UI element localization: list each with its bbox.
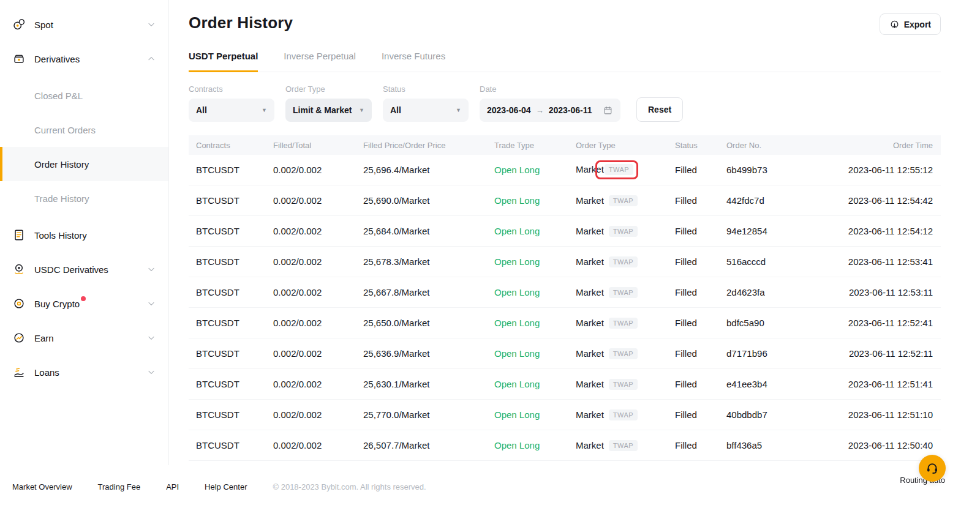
reset-button[interactable]: Reset (636, 97, 683, 122)
cell-order-no: 442fdc7d (719, 195, 838, 206)
twap-badge: TWAP (609, 287, 638, 298)
cell-order-type: MarketTWAP (568, 256, 668, 267)
table-header: Contracts Filled/Total Filled Price/Orde… (189, 135, 941, 155)
sidebar-item-tools-history[interactable]: Tools History (0, 220, 168, 250)
cell-order-time: 2023-06-11 12:53:41 (838, 256, 941, 267)
cell-order-type: MarketTWAP (568, 348, 668, 359)
cell-filled-total: 0.002/0.002 (266, 379, 356, 389)
cell-filled-total: 0.002/0.002 (266, 318, 356, 328)
order-history-table: Contracts Filled/Total Filled Price/Orde… (189, 135, 941, 461)
twap-badge: TWAP (609, 226, 638, 237)
arrow-right-icon: → (536, 106, 544, 115)
cell-filled-price: 25,696.4/Market (356, 165, 487, 175)
sidebar-subitem-trade-history[interactable]: Trade History (0, 181, 168, 215)
order-type-text: Market (576, 409, 604, 420)
twap-tag-wrap: TWAP (604, 318, 638, 329)
support-button[interactable] (919, 455, 946, 482)
contracts-select[interactable]: All ▼ (189, 99, 274, 122)
date-from: 2023-06-04 (487, 105, 531, 115)
footer-link-api[interactable]: API (166, 482, 179, 491)
cell-contract: BTCUSDT (189, 409, 266, 420)
twap-badge: TWAP (609, 440, 638, 451)
cell-status: Filled (668, 348, 719, 359)
cell-filled-price: 25,636.9/Market (356, 348, 487, 359)
sidebar-subitem-order-history[interactable]: Order History (0, 147, 168, 181)
footer-link-market-overview[interactable]: Market Overview (12, 482, 72, 491)
footer-link-trading-fee[interactable]: Trading Fee (98, 482, 141, 491)
sidebar-item-label: Spot (34, 20, 53, 30)
cell-order-time: 2023-06-11 12:52:41 (838, 318, 941, 328)
table-row: BTCUSDT 0.002/0.002 25,690.0/Market Open… (189, 185, 941, 216)
sidebar-item-spot[interactable]: Spot (0, 10, 168, 39)
column-header-contracts: Contracts (189, 141, 266, 150)
cell-order-no: bff436a5 (719, 440, 838, 450)
cell-order-no: bdfc5a90 (719, 318, 838, 328)
selected-value: All (196, 105, 207, 115)
export-button[interactable]: Export (880, 13, 941, 35)
cell-trade-type: Open Long (487, 256, 568, 267)
sidebar-item-derivatives[interactable]: Derivatives (0, 44, 168, 73)
cell-order-no: 2d4623fa (719, 287, 838, 297)
sidebar-item-buy-crypto[interactable]: Buy Crypto (0, 289, 168, 318)
spot-icon (12, 18, 26, 31)
date-range-picker[interactable]: 2023-06-04 → 2023-06-11 (480, 99, 620, 122)
selected-value: Limit & Market (293, 105, 352, 115)
cell-trade-type: Open Long (487, 226, 568, 236)
cell-order-type: MarketTWAP (568, 318, 668, 329)
cell-order-no: 40bdbdb7 (719, 409, 838, 420)
sidebar-item-label: Buy Crypto (34, 299, 80, 309)
cell-order-time: 2023-06-11 12:52:11 (838, 348, 941, 359)
twap-tag-wrap: TWAP (604, 195, 638, 206)
date-to: 2023-06-11 (549, 105, 592, 115)
twap-tag-wrap: TWAP (604, 226, 638, 237)
cell-filled-total: 0.002/0.002 (266, 348, 356, 359)
sidebar-item-earn[interactable]: Earn (0, 323, 168, 353)
cell-filled-total: 0.002/0.002 (266, 440, 356, 450)
earn-icon (12, 331, 26, 345)
sidebar-item-label: Derivatives (34, 54, 80, 64)
tab-inverse-futures[interactable]: Inverse Futures (382, 51, 445, 72)
filter-label: Contracts (189, 84, 274, 94)
cell-filled-total: 0.002/0.002 (266, 409, 356, 420)
twap-badge: TWAP (609, 256, 638, 267)
cell-status: Filled (668, 440, 719, 450)
tab-usdt-perpetual[interactable]: USDT Perpetual (189, 51, 258, 72)
cell-status: Filled (668, 165, 719, 175)
cell-order-type: MarketTWAP (568, 287, 668, 298)
column-header-order-type: Order Type (568, 141, 668, 150)
cell-status: Filled (668, 409, 719, 420)
cell-status: Filled (668, 226, 719, 236)
headset-icon (925, 461, 940, 476)
sidebar-subitem-closed-pnl[interactable]: Closed P&L (0, 78, 168, 113)
chevron-down-icon (146, 299, 156, 308)
order-type-text: Market (576, 348, 604, 359)
sidebar-item-usdc-derivatives[interactable]: USDC Derivatives (0, 255, 168, 284)
cell-filled-price: 26,507.7/Market (356, 440, 487, 450)
tab-inverse-perpetual[interactable]: Inverse Perpetual (284, 51, 356, 72)
sidebar-item-loans[interactable]: Loans (0, 357, 168, 387)
tools-history-icon (12, 228, 26, 242)
cell-filled-total: 0.002/0.002 (266, 165, 356, 175)
twap-badge: TWAP (609, 348, 638, 359)
sidebar-subitem-current-orders[interactable]: Current Orders (0, 113, 168, 147)
loans-icon (12, 365, 26, 379)
cell-filled-price: 25,770.0/Market (356, 409, 487, 420)
cell-filled-total: 0.002/0.002 (266, 287, 356, 297)
sidebar-item-label: Tools History (34, 230, 87, 241)
filter-bar: Contracts All ▼ Order Type Limit & Marke… (189, 84, 941, 122)
cell-contract: BTCUSDT (189, 318, 266, 328)
cell-order-type: MarketTWAP (568, 195, 668, 206)
cell-order-time: 2023-06-11 12:50:40 (838, 440, 941, 450)
table-row: BTCUSDT 0.002/0.002 26,507.7/Market Open… (189, 430, 941, 461)
cell-filled-price: 25,684.0/Market (356, 226, 487, 236)
order-type-select[interactable]: Limit & Market ▼ (285, 99, 372, 122)
order-type-text: Market (576, 379, 604, 389)
table-row: BTCUSDT 0.002/0.002 25,636.9/Market Open… (189, 338, 941, 369)
status-select[interactable]: All ▼ (383, 99, 469, 122)
cell-order-time: 2023-06-11 12:54:42 (838, 195, 941, 206)
buy-crypto-icon (12, 297, 26, 310)
copyright-text: © 2018-2023 Bybit.com. All rights reserv… (273, 482, 426, 491)
footer-link-help-center[interactable]: Help Center (205, 482, 247, 491)
cell-status: Filled (668, 318, 719, 328)
sidebar-item-label: Earn (34, 333, 54, 343)
